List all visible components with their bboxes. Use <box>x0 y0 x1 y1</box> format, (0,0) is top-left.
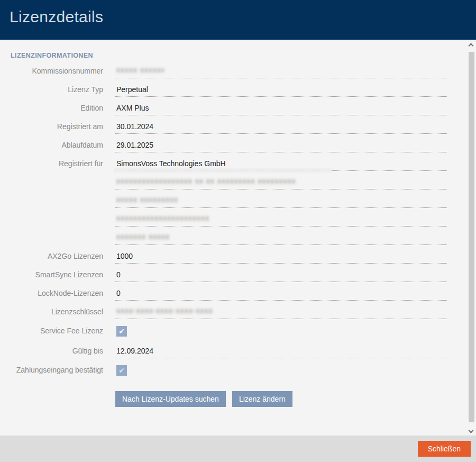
locknode-lizenzen-field[interactable]: 0 <box>115 289 447 301</box>
field-label: Kommissionsnummer <box>11 67 103 78</box>
redacted-value: xxxxxxx xxxxx <box>116 232 169 241</box>
chevron-down-icon <box>469 428 474 433</box>
field-label <box>11 223 103 227</box>
redacted-value: xxxxxxxxxxxxxxxxxx xx xx xxxxxxxxx xxxxx… <box>116 177 313 185</box>
field-label: AX2Go Lizenzen <box>11 252 103 264</box>
contact-field[interactable]: xxxxx xxxxxxxxx <box>115 195 447 208</box>
registriert-am-field[interactable]: 30.01.2024 <box>115 122 447 134</box>
field-label: Service Fee Lizenz <box>11 327 103 338</box>
field-value: Perpetual <box>116 85 148 94</box>
email-field[interactable]: xxxxxxxxxxxxxxxxxxxxxxx <box>115 214 447 227</box>
gueltig-bis-field[interactable]: 12.09.2024 <box>115 347 447 358</box>
vertical-scrollbar[interactable] <box>466 40 476 436</box>
field-label: Registriert am <box>11 122 103 134</box>
kommissionsnummer-field[interactable]: xxxxx xxxxxxx <box>115 66 447 78</box>
service-fee-cell: ✔ <box>115 326 447 338</box>
field-value: SimonsVoss Technologies GmbH <box>116 159 226 168</box>
ablaufdatum-field[interactable]: 29.01.2025 <box>115 141 447 152</box>
field-label: Ablaufdatum <box>11 141 103 152</box>
field-label <box>11 242 103 245</box>
field-row-zahlungseingang: Zahlungseingang bestätigt ✔ <box>11 358 476 377</box>
action-buttons: Nach Lizenz-Updates suchen Lizenz ändern <box>115 391 476 407</box>
check-license-updates-button[interactable]: Nach Lizenz-Updates suchen <box>115 391 226 407</box>
field-row-registriert-am: Registriert am 30.01.2024 <box>11 115 476 134</box>
address-field[interactable]: xxxxxxxxxxxxxxxxxx xx xx xxxxxxxxx xxxxx… <box>115 177 447 189</box>
check-icon: ✔ <box>118 328 125 335</box>
field-row-service-fee: Service Fee Lizenz ✔ <box>11 319 476 338</box>
field-label: Zahlungseingang bestätigt <box>11 366 103 377</box>
field-value: 1000 <box>116 252 133 260</box>
field-value: AXM Plus <box>116 104 149 112</box>
section-heading-lizenzinformationen: LIZENZINFORMATIONEN <box>11 52 476 60</box>
field-row-lizenz-typ: Lizenz Typ Perpetual <box>11 78 476 97</box>
edition-field[interactable]: AXM Plus <box>115 104 447 115</box>
registriert-fuer-field[interactable]: SimonsVoss Technologies GmbH <box>115 159 447 171</box>
smartsync-lizenzen-field[interactable]: 0 <box>115 270 447 282</box>
page-title: Lizenzdetails <box>0 0 476 26</box>
field-row-email: xxxxxxxxxxxxxxxxxxxxxxx <box>11 208 476 227</box>
field-label <box>11 186 103 189</box>
field-value: 0 <box>116 270 121 279</box>
redacted-value: xxxxxxxxxxxxxxxxxxxxxxx <box>116 214 209 222</box>
field-label: Edition <box>11 104 103 115</box>
lizenzschluessel-field[interactable]: xxxx-xxxx-xxxx-xxxx-xxxx <box>115 306 447 319</box>
field-row-phone: xxxxxxx xxxxx <box>11 227 476 245</box>
chevron-up-icon <box>469 43 474 49</box>
scroll-up-button[interactable] <box>469 44 473 48</box>
field-label: Gültig bis <box>11 347 103 358</box>
zahlungseingang-cell: ✔ <box>115 365 447 377</box>
field-row-registriert-fuer: Registriert für SimonsVoss Technologies … <box>11 152 476 171</box>
field-value: 29.01.2025 <box>116 141 153 149</box>
field-row-lizenzschluessel: Lizenzschlüssel xxxx-xxxx-xxxx-xxxx-xxxx <box>11 301 476 319</box>
field-value: 12.09.2024 <box>116 347 153 355</box>
field-row-smartsync-lizenzen: SmartSync Lizenzen 0 <box>11 264 476 282</box>
dialog-footer: Schließen <box>0 436 476 462</box>
check-icon: ✔ <box>118 367 125 374</box>
content-area: LIZENZINFORMATIONEN Kommissionsnummer xx… <box>0 40 476 436</box>
window-header: Lizenzdetails <box>0 0 476 40</box>
field-row-edition: Edition AXM Plus <box>11 97 476 115</box>
redacted-value: xxxxx xxxxxxxxx <box>116 195 181 204</box>
field-row-kommissionsnummer: Kommissionsnummer xxxxx xxxxxxx <box>11 60 476 78</box>
lizenz-typ-field[interactable]: Perpetual <box>115 85 447 97</box>
field-row-locknode-lizenzen: LockNode-Lizenzen 0 <box>11 282 476 301</box>
scrollbar-thumb[interactable] <box>469 52 474 422</box>
redacted-value: xxxx-xxxx-xxxx-xxxx-xxxx <box>116 306 213 315</box>
field-row-ax2go-lizenzen: AX2Go Lizenzen 1000 <box>11 245 476 264</box>
field-label: LockNode-Lizenzen <box>11 289 103 301</box>
zahlungseingang-checkbox[interactable]: ✔ <box>116 365 127 376</box>
field-label: SmartSync Lizenzen <box>11 270 103 282</box>
field-row-ablaufdatum: Ablaufdatum 29.01.2025 <box>11 134 476 152</box>
field-value: 30.01.2024 <box>116 122 153 131</box>
change-license-button[interactable]: Lizenz ändern <box>232 391 292 407</box>
redacted-value: xxxxx xxxxxxx <box>116 66 164 74</box>
field-row-address: xxxxxxxxxxxxxxxxxx xx xx xxxxxxxxx xxxxx… <box>11 171 476 189</box>
field-row-gueltig-bis: Gültig bis 12.09.2024 <box>11 338 476 358</box>
phone-field[interactable]: xxxxxxx xxxxx <box>115 232 447 245</box>
service-fee-checkbox[interactable]: ✔ <box>116 326 127 337</box>
ax2go-lizenzen-field[interactable]: 1000 <box>115 252 447 264</box>
field-label: Lizenzschlüssel <box>11 307 103 319</box>
field-row-contact: xxxxx xxxxxxxxx <box>11 189 476 208</box>
form-rows: Kommissionsnummer xxxxx xxxxxxx Lizenz T… <box>11 60 476 407</box>
field-label: Registriert für <box>11 159 103 171</box>
field-value: 0 <box>116 289 121 297</box>
field-label <box>11 205 103 208</box>
scroll-down-button[interactable] <box>469 429 473 432</box>
license-details-window: Lizenzdetails LIZENZINFORMATIONEN Kommis… <box>0 0 476 462</box>
close-button[interactable]: Schließen <box>418 441 471 457</box>
field-label: Lizenz Typ <box>11 85 103 97</box>
